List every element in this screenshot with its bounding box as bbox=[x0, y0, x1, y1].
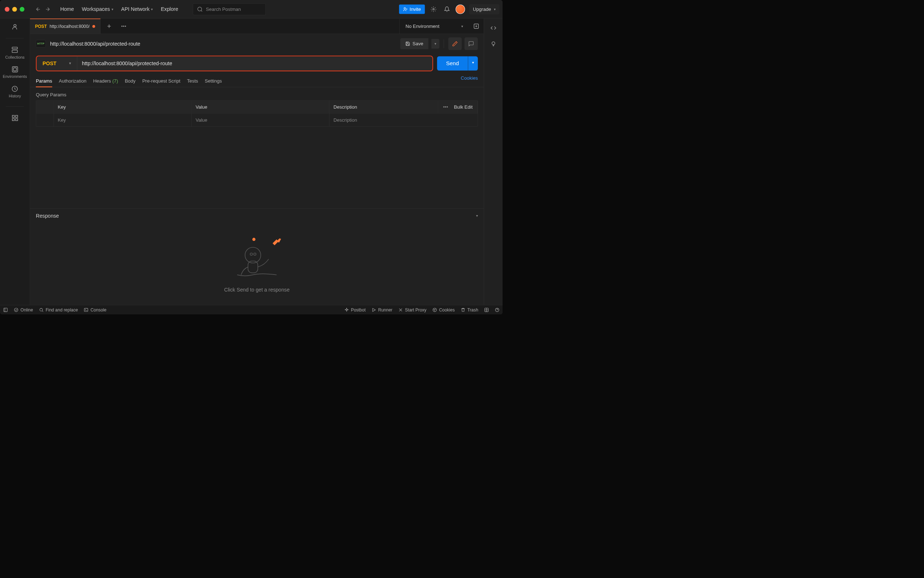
sparkle-icon bbox=[344, 307, 349, 312]
svg-point-1 bbox=[404, 7, 405, 9]
info-button[interactable] bbox=[488, 39, 498, 49]
col-key: Key bbox=[54, 100, 192, 113]
svg-point-29 bbox=[433, 308, 437, 312]
tab-body[interactable]: Body bbox=[125, 75, 136, 87]
response-title: Response bbox=[36, 213, 59, 219]
svg-rect-10 bbox=[16, 115, 18, 118]
environment-selector[interactable]: No Environment▾ bbox=[399, 18, 469, 34]
chevron-down-icon: ▾ bbox=[476, 214, 478, 218]
tab-tests[interactable]: Tests bbox=[187, 75, 198, 87]
sidebar-apps[interactable] bbox=[11, 114, 18, 122]
upgrade-button[interactable]: Upgrade▾ bbox=[469, 4, 499, 14]
sidebar-user[interactable] bbox=[11, 23, 18, 31]
cookies-link[interactable]: Cookies bbox=[461, 75, 478, 87]
nav-workspaces[interactable]: Workspaces ▾ bbox=[79, 5, 116, 14]
sb-trash[interactable]: Trash bbox=[460, 307, 478, 312]
bell-icon bbox=[444, 6, 450, 12]
search-input[interactable]: Search Postman bbox=[193, 3, 266, 15]
nav-home[interactable]: Home bbox=[58, 5, 77, 14]
nav-explore[interactable]: Explore bbox=[158, 5, 181, 14]
svg-rect-9 bbox=[12, 115, 15, 118]
sb-find[interactable]: Find and replace bbox=[39, 307, 78, 312]
send-button[interactable]: Send bbox=[437, 57, 468, 71]
save-button[interactable]: Save bbox=[400, 38, 429, 49]
tab-prerequest[interactable]: Pre-request Script bbox=[142, 75, 180, 87]
code-snippet-button[interactable] bbox=[488, 23, 498, 32]
table-actions: ••• Bulk Edit bbox=[438, 100, 478, 113]
bulk-edit-link[interactable]: Bulk Edit bbox=[454, 104, 473, 110]
invite-button[interactable]: Invite bbox=[399, 4, 425, 14]
svg-point-22 bbox=[492, 42, 494, 45]
row-value-input[interactable]: Value bbox=[191, 114, 329, 127]
play-icon bbox=[371, 307, 376, 312]
tab-settings[interactable]: Settings bbox=[205, 75, 222, 87]
check-circle-icon bbox=[14, 307, 18, 312]
chevron-down-icon: ▾ bbox=[434, 42, 436, 45]
svg-point-19 bbox=[250, 253, 253, 256]
sb-postbot[interactable]: Postbot bbox=[344, 307, 366, 312]
request-name[interactable]: http://localhost:8000/api/protected-rout… bbox=[50, 41, 140, 47]
svg-rect-7 bbox=[13, 68, 16, 71]
more-icon[interactable]: ••• bbox=[443, 104, 448, 110]
env-quicklook[interactable] bbox=[472, 21, 481, 31]
minimize-window[interactable] bbox=[12, 7, 17, 11]
response-header[interactable]: Response ▾ bbox=[30, 208, 484, 223]
plus-icon bbox=[106, 23, 112, 29]
sidebar-environments[interactable]: Environments bbox=[3, 66, 27, 79]
svg-point-20 bbox=[254, 253, 256, 256]
nav-api-network[interactable]: API Network ▾ bbox=[118, 5, 156, 14]
url-input[interactable] bbox=[77, 60, 432, 67]
history-icon bbox=[11, 86, 18, 93]
comments-button[interactable] bbox=[465, 37, 478, 50]
col-description: Description bbox=[329, 100, 438, 113]
zoom-window[interactable] bbox=[19, 7, 24, 11]
user-avatar[interactable] bbox=[456, 4, 465, 14]
search-placeholder: Search Postman bbox=[206, 6, 241, 12]
divider bbox=[444, 39, 444, 48]
svg-point-32 bbox=[434, 310, 435, 311]
back-button[interactable] bbox=[34, 5, 42, 13]
statusbar: Online Find and replace Console Postbot … bbox=[0, 305, 503, 314]
request-tab[interactable]: POST http://localhost:8000/ bbox=[30, 18, 101, 34]
edit-button[interactable] bbox=[448, 37, 462, 50]
method-selector[interactable]: POST▾ bbox=[37, 57, 77, 71]
forward-button[interactable] bbox=[44, 5, 52, 13]
terminal-icon bbox=[84, 307, 88, 312]
new-tab-button[interactable] bbox=[103, 20, 115, 32]
svg-point-14 bbox=[123, 26, 124, 26]
tab-headers[interactable]: Headers (7) bbox=[93, 75, 118, 87]
tab-params[interactable]: Params bbox=[36, 75, 52, 87]
sb-console[interactable]: Console bbox=[84, 307, 106, 312]
notifications-button[interactable] bbox=[442, 4, 452, 14]
chevron-down-icon: ▾ bbox=[69, 61, 71, 65]
send-dropdown[interactable]: ▾ bbox=[468, 57, 478, 71]
row-description-input[interactable]: Description bbox=[329, 114, 478, 127]
sb-runner[interactable]: Runner bbox=[371, 307, 392, 312]
sb-panel-toggle[interactable] bbox=[3, 307, 8, 312]
save-dropdown[interactable]: ▾ bbox=[431, 39, 439, 49]
comment-icon bbox=[468, 41, 474, 47]
svg-rect-12 bbox=[16, 119, 18, 120]
svg-marker-27 bbox=[373, 308, 376, 312]
request-bar: POST▾ bbox=[36, 55, 433, 71]
sb-help[interactable] bbox=[495, 307, 500, 312]
tab-menu-button[interactable] bbox=[118, 20, 130, 32]
sidebar-history[interactable]: History bbox=[9, 86, 21, 99]
row-key-input[interactable]: Key bbox=[54, 114, 192, 127]
user-icon bbox=[11, 23, 18, 31]
svg-point-13 bbox=[122, 26, 122, 26]
tab-authorization[interactable]: Authorization bbox=[58, 75, 86, 87]
chevron-down-icon: ▾ bbox=[472, 60, 474, 65]
sb-layout[interactable] bbox=[484, 307, 489, 312]
close-window[interactable] bbox=[5, 7, 10, 11]
search-icon bbox=[197, 6, 203, 12]
sb-cookies[interactable]: Cookies bbox=[432, 307, 455, 312]
box-icon bbox=[11, 46, 18, 54]
layout-icon bbox=[484, 307, 489, 312]
sidebar-collections[interactable]: Collections bbox=[5, 46, 24, 59]
sb-online[interactable]: Online bbox=[14, 307, 33, 312]
satellite-icon bbox=[398, 307, 403, 312]
settings-button[interactable] bbox=[429, 4, 438, 14]
row-check[interactable] bbox=[36, 114, 54, 127]
sb-proxy[interactable]: Start Proxy bbox=[398, 307, 426, 312]
